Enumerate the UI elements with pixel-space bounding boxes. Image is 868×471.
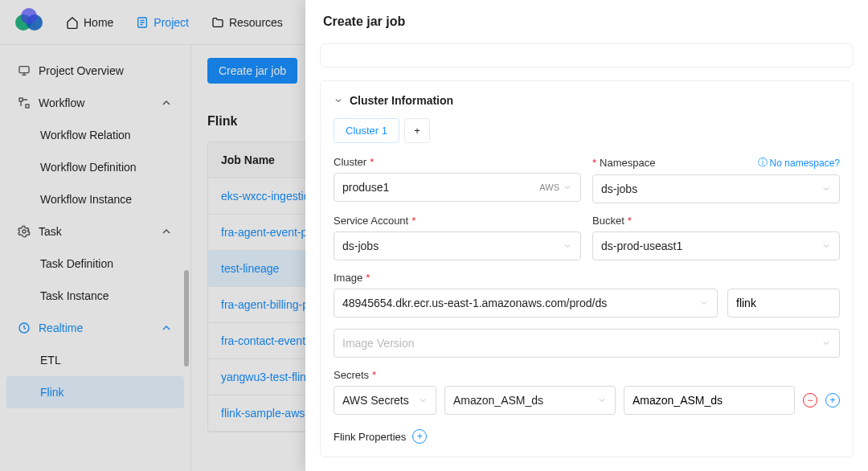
bucket-select[interactable]: ds-prod-useast1 — [592, 231, 840, 260]
cluster-label: Cluster * — [334, 156, 581, 168]
service-account-value: ds-jobs — [342, 240, 563, 252]
drawer-body: Cluster Information Cluster 1 + Cluster … — [305, 43, 868, 471]
chevron-down-icon — [821, 184, 831, 194]
section-title: Cluster Information — [350, 94, 453, 107]
drawer-title: Create jar job — [305, 0, 868, 43]
cluster-select[interactable]: produse1 AWS — [334, 173, 581, 202]
image-suffix-value[interactable] — [736, 297, 831, 309]
cluster-provider-tag: AWS — [539, 182, 559, 192]
namespace-value: ds-jobs — [601, 182, 821, 195]
cluster-info-section: Cluster Information Cluster 1 + Cluster … — [320, 80, 854, 457]
chevron-down-icon — [699, 298, 709, 308]
image-version-field: Image Version — [334, 329, 840, 358]
bucket-label: Bucket * — [592, 215, 840, 227]
namespace-field: *Namespace ⓘNo namespace? ds-jobs — [592, 156, 840, 203]
secrets-field: Secrets * AWS Secrets Amazon_ASM_ds − + — [334, 369, 840, 426]
remove-secret-button[interactable]: − — [803, 393, 817, 408]
secrets-name-value: Amazon_ASM_ds — [453, 394, 597, 407]
service-account-select[interactable]: ds-jobs — [334, 231, 581, 260]
service-account-label: Service Account * — [334, 215, 581, 227]
chevron-down-icon — [563, 182, 572, 192]
image-version-placeholder: Image Version — [342, 337, 821, 350]
image-select[interactable]: 48945654.dkr.ecr.us-east-1.amazonaws.com… — [334, 289, 718, 317]
namespace-label: *Namespace ⓘNo namespace? — [592, 156, 840, 170]
flink-properties-row: Flink Properties + — [334, 429, 840, 444]
image-field: Image * 48945654.dkr.ecr.us-east-1.amazo… — [334, 272, 840, 317]
chevron-down-icon — [821, 338, 831, 348]
previous-section-card — [320, 43, 854, 68]
secrets-label: Secrets * — [334, 369, 840, 381]
question-icon: ⓘ — [758, 156, 768, 170]
cluster-field: Cluster * produse1 AWS — [334, 156, 581, 203]
image-suffix-input[interactable] — [727, 289, 840, 317]
secrets-name-select[interactable]: Amazon_ASM_ds — [444, 386, 616, 415]
chevron-down-icon — [821, 241, 831, 251]
namespace-select[interactable]: ds-jobs — [592, 174, 840, 203]
secrets-type-select[interactable]: AWS Secrets — [334, 386, 436, 415]
secrets-alias-input[interactable] — [624, 386, 795, 415]
cluster-value: produse1 — [342, 181, 539, 194]
chevron-down-icon — [563, 241, 572, 251]
image-label: Image * — [334, 272, 840, 284]
no-namespace-help[interactable]: ⓘNo namespace? — [758, 156, 840, 170]
flink-properties-label: Flink Properties — [334, 431, 406, 443]
cluster-tabs: Cluster 1 + — [334, 118, 840, 143]
section-header[interactable]: Cluster Information — [334, 94, 840, 107]
image-version-select[interactable]: Image Version — [334, 329, 840, 358]
secrets-type-value: AWS Secrets — [342, 394, 418, 407]
secrets-alias-value[interactable] — [633, 394, 786, 407]
create-jar-job-drawer: Create jar job Cluster Information Clust… — [305, 0, 868, 471]
add-flink-property-button[interactable]: + — [412, 429, 427, 444]
image-value: 48945654.dkr.ecr.us-east-1.amazonaws.com… — [342, 297, 699, 309]
tab-cluster-1[interactable]: Cluster 1 — [334, 118, 399, 143]
chevron-down-icon — [418, 395, 428, 405]
tab-add-cluster[interactable]: + — [404, 118, 430, 143]
bucket-field: Bucket * ds-prod-useast1 — [592, 215, 840, 260]
chevron-down-icon — [334, 96, 343, 105]
chevron-down-icon — [597, 395, 607, 405]
service-account-field: Service Account * ds-jobs — [334, 215, 581, 260]
bucket-value: ds-prod-useast1 — [601, 240, 821, 252]
add-secret-button[interactable]: + — [825, 393, 840, 408]
